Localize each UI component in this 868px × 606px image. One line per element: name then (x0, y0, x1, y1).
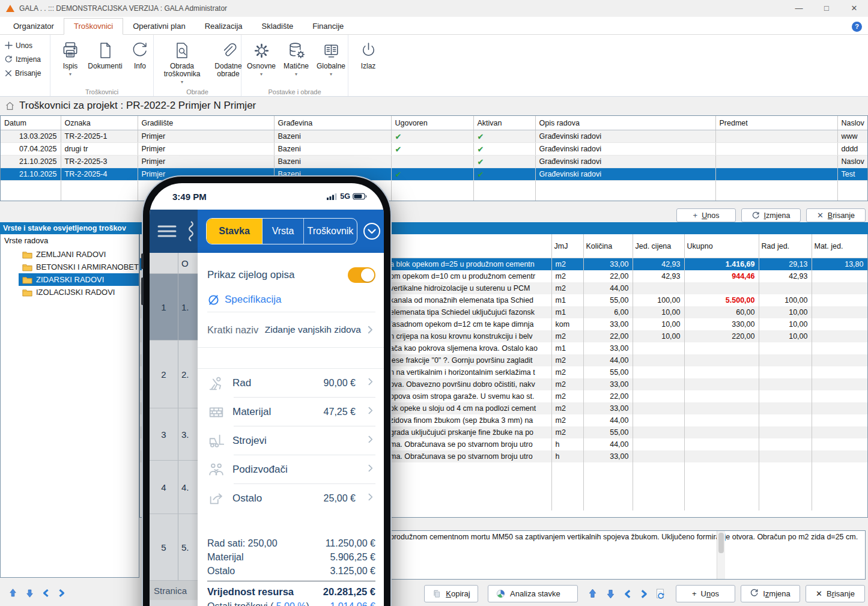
izlaz-button[interactable]: Izlaz (351, 37, 386, 71)
arrow-right-icon[interactable] (639, 589, 649, 599)
maximize-button[interactable]: □ (813, 0, 840, 17)
osnovne-button[interactable]: Osnovne ▾ (244, 37, 279, 78)
kopiraj-button[interactable]: Kopiraj (424, 585, 478, 602)
chevron-right-icon (365, 377, 375, 387)
cell-rad-jed: 10,00 (759, 318, 812, 330)
tab-stavka[interactable]: Stavka (207, 219, 263, 244)
arrow-up-icon[interactable] (586, 587, 599, 600)
scrollbar[interactable] (717, 531, 725, 579)
list-item[interactable]: 11. (150, 274, 198, 341)
dokumenti-button[interactable]: Dokumenti (88, 37, 123, 71)
cell-jed-cijena (633, 390, 684, 402)
quick-unos-button[interactable]: Unos (5, 38, 50, 52)
document-icon (96, 41, 115, 60)
table-row[interactable]: 13.03.2025TR-2-2025-1PrimjerBazeni✔✔Građ… (1, 130, 868, 143)
col-rad-jed[interactable]: Rad jed. (759, 234, 812, 258)
col-datum[interactable]: Datum (1, 116, 61, 130)
tab-skladiste[interactable]: Skladište (252, 19, 303, 34)
unos-button-bottom[interactable]: +Unos (676, 585, 735, 602)
hamburger-menu-icon[interactable] (157, 225, 178, 238)
table-row[interactable]: 21.10.2025TR-2-2025-3PrimjerBazeni✔Građe… (1, 156, 868, 168)
ispis-button[interactable]: Ispis ▾ (53, 37, 88, 78)
resource-value: 90,00 € (324, 378, 358, 389)
resource-row-bricks[interactable]: Materijal47,25 € (207, 398, 375, 426)
quick-brisanje-button[interactable]: Brisanje (5, 66, 50, 80)
kratki-naziv-row[interactable]: Kratki naziv Zidanje vanjskih zidova (207, 312, 375, 347)
col-jmj[interactable]: JmJ (551, 234, 583, 258)
col-aktivan[interactable]: Aktivan (473, 116, 535, 130)
arrow-down-icon[interactable] (604, 587, 617, 600)
tree-item[interactable]: ZEMLJANI RADOVI (1, 248, 139, 261)
cell-jmj: kom (551, 318, 583, 330)
quick-izmjena-button[interactable]: Izmjena (5, 52, 50, 66)
tab-vrsta[interactable]: Vrsta (263, 219, 304, 244)
tab-realizacija[interactable]: Realizacija (195, 19, 252, 34)
tab-troskovnik[interactable]: Troškovnik (304, 219, 357, 244)
list-item[interactable]: 33. (150, 408, 198, 461)
list-item[interactable]: 22. (150, 341, 198, 408)
info-button[interactable]: Info (123, 37, 157, 71)
globalne-button[interactable]: Globalne ▾ (314, 37, 348, 78)
refresh-document-icon[interactable] (655, 588, 666, 599)
unos-button[interactable]: +Unos (676, 208, 736, 222)
resource-row-people[interactable]: Podizvođači (207, 455, 375, 483)
col-gradiliste[interactable]: Gradilište (138, 116, 274, 130)
maticne-button[interactable]: Matične ▾ (279, 37, 314, 78)
col-jed-cijena[interactable]: Jed. cijena (633, 234, 684, 258)
col-gradevina[interactable]: Građevina (274, 116, 391, 130)
chevron-down-circle-icon[interactable] (362, 222, 381, 241)
cell-ugovoren (391, 156, 473, 168)
tree-item[interactable]: ZIDARSKI RADOVI (1, 273, 139, 286)
cell-opis: Građevinski radovi (535, 143, 715, 156)
cell-jmj: h (551, 450, 583, 462)
col-naslov[interactable]: Naslov (837, 116, 868, 130)
izmjena-button-bottom[interactable]: Izmjena (741, 585, 800, 602)
folder-icon (22, 250, 32, 259)
arrow-down-icon[interactable] (24, 587, 35, 599)
col-oznaka[interactable]: Oznaka (61, 116, 138, 130)
tree-item[interactable]: BETONSKI I ARMIRANOBET (1, 261, 139, 273)
col-mat-jed[interactable]: Mat. jed. (812, 234, 867, 258)
list-item[interactable]: 44. (150, 461, 198, 514)
resource-row-worker[interactable]: Rad90,00 € (207, 369, 375, 397)
cell-rad-jed: 10,00 (759, 306, 812, 318)
col-kolicina[interactable]: Količina (583, 234, 633, 258)
col-ugovoren[interactable]: Ugovoren (391, 116, 473, 130)
brisanje-button[interactable]: ✕Brisanje (806, 208, 866, 222)
empty-cell (61, 181, 138, 202)
brisanje-button-bottom[interactable]: ✕Brisanje (806, 585, 865, 602)
tab-troskovnici[interactable]: Troškovnici (64, 18, 123, 35)
col-opis-radova[interactable]: Opis radova (535, 116, 715, 130)
list-item[interactable]: 55. (150, 514, 198, 581)
help-icon[interactable]: ? (852, 22, 862, 32)
ribbon: Unos Izmjena Brisanje Ispis ▾ Dokumenti … (0, 35, 868, 97)
scrollbar-thumb[interactable] (718, 533, 724, 553)
analiza-stavke-button[interactable]: Analiza stavke (488, 585, 578, 602)
tab-operativni-plan[interactable]: Operativni plan (123, 19, 195, 34)
strip-footer: Stranica (150, 581, 198, 600)
col-predmet[interactable]: Predmet (715, 116, 837, 130)
resource-row-forklift[interactable]: Strojevi (207, 426, 375, 455)
full-description-toggle[interactable] (348, 267, 375, 283)
table-row[interactable]: 21.10.2025TR-2-2025-4PrimjerBazeni✔✔Građ… (1, 168, 868, 181)
tab-organizator[interactable]: Organizator (4, 19, 64, 34)
checkmark-icon: ✔ (478, 132, 484, 141)
cell-jed-cijena (633, 282, 684, 294)
table-row[interactable]: 07.04.2025drugi trPrimjerBazeni✔✔Građevi… (1, 143, 868, 156)
cell-mat-jed (812, 438, 867, 450)
col-ukupno[interactable]: Ukupno (684, 234, 759, 258)
arrow-left-icon[interactable] (41, 588, 51, 598)
izmjena-button[interactable]: Izmjena (741, 208, 801, 222)
tree-item[interactable]: IZOLACIJSKI RADOVI (1, 286, 139, 298)
checkmark-icon: ✔ (478, 145, 484, 154)
minimize-button[interactable]: — (785, 0, 813, 17)
specifikacija-link[interactable]: Specifikacija (207, 288, 375, 312)
obrada-troskovnika-button[interactable]: Obrada troškovnika ▾ (156, 37, 208, 86)
close-button[interactable]: ✕ (840, 0, 868, 17)
arrow-left-icon[interactable] (622, 589, 633, 599)
resource-row-share[interactable]: Ostalo25,00 € (207, 484, 375, 512)
tab-financije[interactable]: Financije (303, 19, 353, 34)
arrow-up-icon[interactable] (7, 587, 19, 599)
arrow-right-icon[interactable] (56, 588, 67, 598)
cell-ukupno: 330,00 (684, 318, 759, 330)
